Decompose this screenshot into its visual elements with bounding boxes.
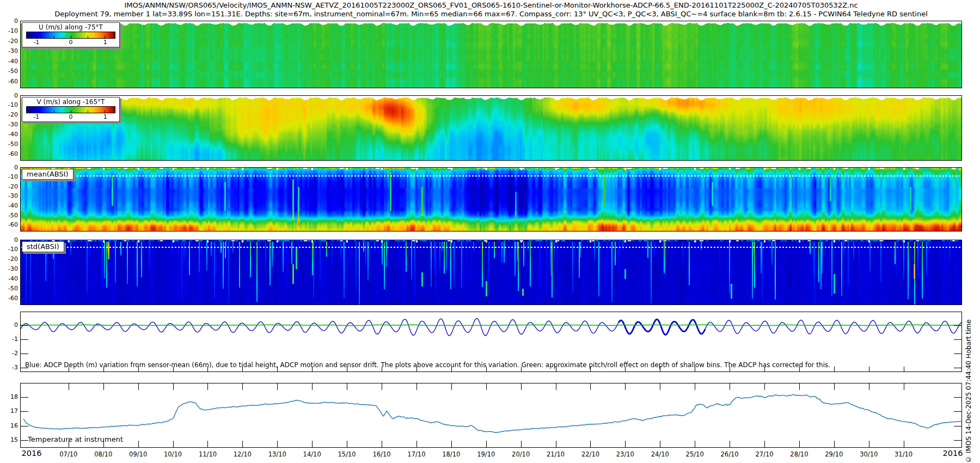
panel-temperature: Temperature at instrument [20,383,962,448]
x-tick-label: 27/10 [750,450,779,458]
y-tick-label: -10 [2,27,18,34]
x-tick-label: 16/10 [367,450,396,458]
y-tick-label: -1 [2,336,18,343]
y-tick-label: -10 [2,246,18,253]
y-tick-label: -10 [2,101,18,108]
u-velocity-heatmap [20,21,962,88]
x-tick-label: 28/10 [785,450,813,458]
y-tick-label: -20 [2,38,18,45]
y-tick-label: 0 [2,92,18,99]
x-tick-label: 07/10 [54,450,83,458]
x-tick-label: 15/10 [333,450,361,458]
panel-depth-variation: Blue: ADCP Depth (m) variation from sens… [20,312,962,372]
y-tick-label: -30 [2,265,18,272]
std-absi-heatmap [20,240,962,305]
colorbar-tick-label: 0 [69,39,73,46]
std-absi-label: std(ABSI) [22,241,64,252]
x-axis-year-left: 2016 [16,449,47,458]
x-tick-label: 20/10 [507,450,535,458]
y-tick-label: -30 [2,47,18,54]
x-tick-label: 12/10 [228,450,256,458]
y-tick-label: -50 [2,285,18,292]
x-tick-label: 08/10 [89,450,118,458]
y-tick-label: -40 [2,58,18,65]
v-colorbar-tick-labels: -1 0 1 [26,113,115,120]
y-tick-label: -40 [2,275,18,282]
x-tick-label: 13/10 [263,450,291,458]
u-colorbar-legend: U (m/s) along -75°T -1 0 1 [22,22,120,47]
x-tick-label: 10/10 [159,450,187,458]
y-tick-label: 17 [2,407,18,415]
y-tick-label: -60 [2,221,18,228]
y-tick-label: 0 [2,321,18,328]
panel-mean-absi: mean(ABSI) [20,167,962,232]
x-tick-label: 30/10 [855,450,883,458]
mean-absi-heatmap [20,167,962,232]
temperature-label: Temperature at instrument [28,435,123,443]
v-colorbar-legend: V (m/s) along -165°T -1 0 1 [22,97,120,122]
u-colorbar-title: U (m/s) along -75°T [25,23,117,32]
y-tick-label: -60 [2,150,18,157]
y-tick-label: -20 [2,183,18,190]
colorbar-tick-label: -1 [33,113,39,120]
u-colorbar-gradient [26,32,115,39]
panel-v-velocity: V (m/s) along -165°T -1 0 1 [20,95,962,161]
y-tick-label: -3 [2,364,18,371]
y-tick-label: -50 [2,141,18,148]
y-tick-label: 0 [2,17,18,25]
y-tick-label: -30 [2,121,18,128]
panel-std-absi: std(ABSI) [20,240,962,305]
x-tick-label: 09/10 [124,450,152,458]
y-tick-label: -30 [2,192,18,199]
y-tick-label: -20 [2,111,18,118]
x-tick-label: 26/10 [715,450,744,458]
y-tick-label: 0 [2,164,18,171]
y-tick-label: 0 [2,236,18,243]
depth-variation-caption: Blue: ADCP Depth (m) variation from sens… [25,361,830,369]
x-tick-label: 25/10 [681,450,709,458]
x-tick-label: 11/10 [193,450,222,458]
temperature-plot [20,383,962,448]
x-tick-label: 21/10 [542,450,570,458]
y-tick-label: 18 [2,393,18,400]
colorbar-tick-label: 1 [103,39,107,46]
y-tick-label: -40 [2,131,18,138]
y-tick-label: 16 [2,422,18,429]
figure-title-filename: IMOS/ANMN/NSW/ORS065/Velocity/IMOS_ANMN-… [20,1,962,9]
x-tick-label: 31/10 [890,450,918,458]
panel-u-velocity: U (m/s) along -75°T -1 0 1 [20,21,962,88]
y-tick-label: 15 [2,436,18,443]
x-tick-label: 14/10 [298,450,326,458]
colorbar-tick-label: 0 [69,113,73,120]
y-tick-label: -40 [2,202,18,209]
colorbar-tick-label: -1 [33,39,39,46]
x-tick-label: 18/10 [437,450,465,458]
figure-subtitle-deployment: Deployment 79, member 1 lat=33.89S lon=1… [20,10,962,18]
y-tick-label: -2 [2,350,18,357]
mean-absi-label: mean(ABSI) [22,169,74,180]
x-tick-label: 19/10 [472,450,500,458]
y-tick-label: -50 [2,68,18,75]
v-colorbar-title: V (m/s) along -165°T [25,98,117,106]
x-tick-label: 29/10 [820,450,848,458]
u-colorbar-tick-labels: -1 0 1 [26,39,115,46]
y-tick-label: -50 [2,212,18,219]
x-tick-label: 17/10 [402,450,431,458]
y-tick-label: -60 [2,78,18,85]
v-velocity-heatmap [20,95,962,161]
colorbar-tick-label: 1 [103,113,107,120]
adcp-summary-figure: IMOS/ANMN/NSW/ORS065/Velocity/IMOS_ANMN-… [0,0,980,463]
x-axis-year-right: 2016 [938,449,968,458]
x-tick-label: 24/10 [646,450,674,458]
v-colorbar-gradient [26,106,115,113]
y-tick-label: -20 [2,255,18,263]
y-tick-label: -60 [2,295,18,302]
y-tick-label: -10 [2,173,18,180]
x-tick-label: 23/10 [611,450,639,458]
x-tick-label: 22/10 [576,450,604,458]
imos-watermark: © IMOS 14-Dec-2025 07:44:40 Hobart time [965,239,975,463]
